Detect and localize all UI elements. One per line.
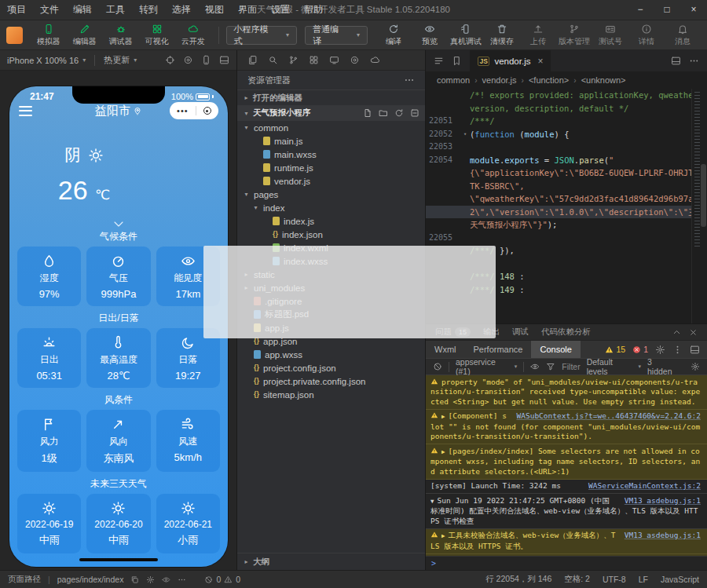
tree-item[interactable]: ▾index xyxy=(237,201,425,214)
log-levels-select[interactable]: Default levels ▾ xyxy=(587,357,641,376)
project-root[interactable]: ▾ 天气预报小程序 xyxy=(237,105,425,121)
menu-item[interactable]: 界面 xyxy=(231,0,264,20)
fold-icon[interactable]: ▾ xyxy=(460,128,470,141)
breadcrumb-item[interactable]: <function> xyxy=(529,75,569,85)
breadcrumb-item[interactable]: common xyxy=(437,75,470,85)
record-icon[interactable] xyxy=(350,55,360,65)
menu-item[interactable]: 编辑 xyxy=(66,0,99,20)
eye-icon[interactable] xyxy=(162,575,170,584)
disclosure-arrow-icon[interactable]: ▶ xyxy=(441,413,445,420)
toolbar-button[interactable]: 上传 xyxy=(520,24,556,47)
kebab-menu-icon[interactable] xyxy=(672,345,683,355)
more-icon[interactable] xyxy=(404,75,415,86)
menu-item[interactable]: 工具 xyxy=(99,0,132,20)
open-editors-section[interactable]: ▸ 打开的编辑器 xyxy=(237,89,425,105)
language-mode[interactable]: JavaScript xyxy=(661,575,699,584)
weather-card[interactable]: 湿度97% xyxy=(17,247,81,306)
close-icon[interactable]: × xyxy=(537,56,543,67)
toolbar-button[interactable]: 真机调试 xyxy=(448,24,484,47)
device-select[interactable]: iPhone X 100% 16 xyxy=(7,56,79,65)
phone-screen[interactable]: 21:47 100% 益阳市 xyxy=(9,86,228,567)
debugger-tab-wxml[interactable]: Wxml xyxy=(426,341,465,358)
menu-item[interactable]: 文件 xyxy=(33,0,66,20)
weather-card[interactable]: 气压999hPa xyxy=(86,247,150,306)
disclosure-arrow-icon[interactable]: ▶ xyxy=(441,532,445,539)
filter-funnel-icon[interactable] xyxy=(546,362,555,371)
minimap[interactable] xyxy=(691,89,707,323)
weather-card[interactable]: 2022-06-21小雨 xyxy=(156,494,220,553)
tree-item[interactable]: {}project.config.json xyxy=(237,361,425,374)
new-file-icon[interactable] xyxy=(363,108,372,118)
weather-card[interactable]: 风速5km/h xyxy=(156,410,220,472)
dock-panel-icon[interactable] xyxy=(690,345,700,355)
menu-item[interactable]: 视图 xyxy=(198,0,231,20)
filter-input[interactable]: Filter xyxy=(562,362,580,371)
editor-tab-vendor-js[interactable]: JS vendor.js × xyxy=(470,50,551,71)
cursor-position[interactable]: 行 22054，列 146 xyxy=(485,574,551,585)
tree-item[interactable]: runtime.js xyxy=(237,161,425,174)
disclosure-arrow-icon[interactable]: ▶ xyxy=(441,448,445,455)
toolbar-button[interactable]: 调试器 xyxy=(103,24,139,47)
console-source-link[interactable]: WAServiceMainContext.js:2 xyxy=(588,481,701,491)
console-source-link[interactable]: VM13 asdebug.js:1 xyxy=(625,496,701,506)
panel-tab[interactable]: 调试 xyxy=(512,327,529,338)
cloud-icon[interactable] xyxy=(370,55,380,65)
weather-card[interactable]: 2022-06-20中雨 xyxy=(86,494,150,553)
chevron-down-icon[interactable]: ▾ xyxy=(243,124,250,131)
branch-icon[interactable] xyxy=(288,55,299,65)
error-count[interactable]: 1 xyxy=(632,345,648,354)
toolbar-button[interactable]: 预览 xyxy=(412,24,448,47)
new-folder-icon[interactable] xyxy=(379,108,388,118)
hot-reload-select[interactable]: 热更新 xyxy=(104,54,130,66)
menu-item[interactable]: 帮助 xyxy=(297,0,330,20)
monitor-icon[interactable] xyxy=(329,55,339,65)
eye-icon[interactable] xyxy=(530,362,540,371)
target-icon[interactable] xyxy=(165,55,175,65)
toolbar-button[interactable]: 可视化 xyxy=(139,24,175,47)
scrollbar-thumb[interactable] xyxy=(701,164,706,227)
chevron-down-icon[interactable]: ▾ xyxy=(252,204,259,211)
weather-card[interactable]: 风向东南风 xyxy=(86,410,150,472)
close-circle-icon[interactable] xyxy=(203,107,211,115)
weather-card[interactable]: 日出05:31 xyxy=(17,328,81,388)
clear-console-icon[interactable] xyxy=(433,362,442,371)
more-icon[interactable] xyxy=(178,575,186,584)
toolbar-button[interactable]: 模拟器 xyxy=(31,24,67,47)
problems-summary[interactable]: 0 0 xyxy=(204,575,240,584)
tree-item[interactable]: {}sitemap.json xyxy=(237,388,425,401)
tree-item[interactable]: ▾common xyxy=(237,121,425,134)
chevron-down-icon[interactable]: ▾ xyxy=(243,191,250,198)
outline-section[interactable]: ▸ 大纲 xyxy=(237,553,425,570)
split-editor-icon[interactable] xyxy=(671,56,681,66)
tree-item[interactable]: index.js xyxy=(237,214,425,228)
disclosure-arrow-icon[interactable]: ▼ xyxy=(430,498,434,505)
weather-card[interactable]: 最高温度28℃ xyxy=(86,328,150,388)
extensions-icon[interactable] xyxy=(309,55,319,65)
mode-select[interactable]: 小程序模式 ▾ xyxy=(226,26,297,45)
copy-icon[interactable] xyxy=(130,575,139,584)
close-icon[interactable] xyxy=(689,328,698,337)
toolbar-button[interactable]: 测试号 xyxy=(592,24,628,47)
dock-icon[interactable] xyxy=(219,55,229,65)
page-path-value[interactable]: pages/index/index xyxy=(57,575,124,584)
breadcrumb-item[interactable]: <unknown> xyxy=(581,75,626,85)
debugger-tab-performance[interactable]: Performance xyxy=(465,341,532,358)
collapse-all-icon[interactable] xyxy=(410,108,419,118)
toolbar-button[interactable]: 消息 xyxy=(665,24,701,47)
weather-card[interactable]: 风力1级 xyxy=(17,410,81,472)
phone-icon[interactable] xyxy=(201,55,211,65)
menu-item[interactable]: 转到 xyxy=(132,0,165,20)
tree-item[interactable]: {}project.private.config.json xyxy=(237,374,425,388)
search-icon[interactable] xyxy=(268,55,278,65)
console-prompt[interactable]: > xyxy=(426,556,707,570)
more-icon[interactable]: ••• xyxy=(177,107,189,115)
breadcrumb-item[interactable]: vendor.js xyxy=(482,75,517,85)
gear-icon[interactable] xyxy=(655,345,665,355)
chevron-down-icon[interactable] xyxy=(108,218,130,230)
context-select[interactable]: appservice (#1) ▾ xyxy=(456,357,517,376)
console-source-link[interactable]: VM13 asdebug.js:1 xyxy=(625,531,701,541)
outline-list-icon[interactable] xyxy=(434,56,444,66)
weather-card[interactable]: 2022-06-19中雨 xyxy=(17,494,81,553)
toolbar-button[interactable]: 编译 xyxy=(375,24,412,47)
wechat-capsule[interactable]: ••• xyxy=(170,102,218,119)
